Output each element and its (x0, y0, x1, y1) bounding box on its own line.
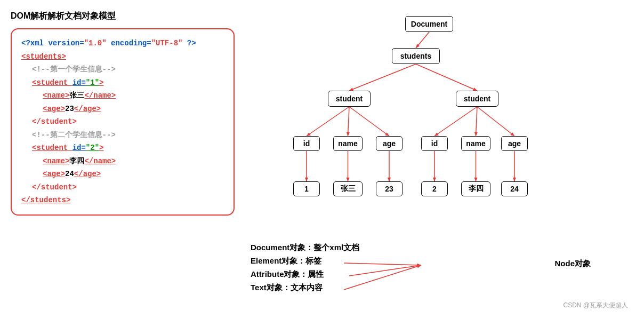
svg-marker-1 (416, 44, 420, 48)
legend-attribute: Attribute对象：属性 (251, 269, 633, 280)
xml-line: <age>24</age> (43, 168, 224, 181)
tree-node-student1: student (328, 91, 371, 107)
tree-node-age2: age (501, 136, 528, 151)
xml-line: </students> (21, 194, 224, 207)
tree-node-id2: id (421, 136, 448, 151)
xml-token: 23 (65, 105, 74, 113)
xml-token: </student> (32, 183, 77, 192)
svg-line-8 (348, 107, 350, 136)
watermark: CSDN @瓦系大便超人 (563, 301, 628, 310)
xml-token: <age> (43, 105, 65, 113)
tree-node-age1: age (376, 136, 402, 151)
svg-line-6 (307, 107, 349, 136)
svg-line-4 (416, 64, 477, 91)
svg-line-14 (476, 107, 478, 136)
xml-token: > (99, 78, 103, 87)
legend-area: Document对象：整个xml文档 Element对象：标签 Attribut… (251, 243, 633, 293)
left-panel: DOM解析解析文档对象模型 <?xml version="1.0" encodi… (11, 11, 235, 315)
svg-marker-21 (346, 178, 349, 181)
xml-line: <students> (21, 50, 224, 63)
tree-node-document: Document (405, 16, 453, 32)
legend-document: Document对象：整个xml文档 (251, 243, 633, 253)
xml-token: <name> (43, 157, 69, 165)
tree-node-id1: id (293, 136, 320, 151)
svg-marker-13 (434, 132, 439, 136)
svg-marker-23 (388, 178, 391, 181)
svg-marker-19 (305, 178, 308, 181)
svg-marker-7 (307, 132, 311, 136)
xml-line: </student> (32, 181, 224, 194)
xml-line: <!--第二个学生信息--> (32, 129, 224, 142)
xml-token: </age> (74, 170, 101, 178)
xml-token: </name> (84, 157, 116, 165)
tree-node-val1: 1 (293, 181, 320, 196)
svg-marker-11 (385, 132, 389, 136)
svg-line-12 (434, 107, 477, 136)
xml-token: id= (73, 78, 86, 87)
page-title: DOM解析解析文档对象模型 (11, 11, 235, 22)
node-object-label: Node对象 (555, 259, 591, 269)
xml-token: id= (73, 144, 86, 152)
xml-line: <name>李四</name> (43, 155, 224, 168)
xml-token: 张三 (69, 91, 84, 100)
svg-marker-15 (474, 132, 478, 136)
xml-token: 24 (65, 170, 74, 178)
xml-token: 李四 (69, 157, 84, 165)
xml-token: <name> (43, 91, 69, 100)
tree-node-name1: name (333, 136, 363, 151)
xml-token: </student> (32, 117, 77, 126)
tree-node-val_zhangsan: 张三 (333, 181, 363, 196)
xml-code-box: <?xml version="1.0" encoding="UTF-8" ?><… (11, 28, 235, 216)
xml-line: <age>23</age> (43, 102, 224, 116)
xml-token: <student (32, 78, 73, 87)
xml-token: <!--第二个学生信息--> (32, 131, 116, 139)
xml-token: <student (32, 144, 73, 152)
xml-line: <?xml version="1.0" encoding="UTF-8" ?> (21, 37, 224, 50)
xml-token: "1.0" (84, 39, 107, 47)
tree-diagram: Documentstudentsstudentstudentidnameagei… (251, 11, 633, 240)
xml-token: > (99, 144, 103, 152)
xml-token: encoding= (107, 39, 151, 47)
xml-token: </name> (84, 91, 116, 100)
svg-marker-25 (433, 178, 436, 181)
svg-line-16 (477, 107, 514, 136)
xml-token: "1" (86, 78, 99, 87)
xml-token: "UTF-8" (151, 39, 183, 47)
xml-token: </students> (21, 196, 70, 204)
xml-token: <age> (43, 170, 65, 178)
xml-line: <!--第一个学生信息--> (32, 63, 224, 76)
xml-line: <student id="1"> (32, 76, 224, 90)
svg-marker-27 (474, 178, 477, 181)
tree-node-val24: 24 (501, 181, 528, 196)
legend-text: Text对象：文本内容 (251, 283, 633, 293)
svg-marker-9 (347, 132, 350, 136)
xml-line: <student id="2"> (32, 141, 224, 155)
xml-token: <?xml version= (21, 39, 84, 47)
tree-node-val2: 2 (421, 181, 448, 196)
xml-token: "2" (86, 144, 99, 152)
main-container: DOM解析解析文档对象模型 <?xml version="1.0" encodi… (0, 0, 644, 326)
svg-line-10 (349, 107, 389, 136)
right-panel: Documentstudentsstudentstudentidnameagei… (251, 11, 633, 315)
tree-node-student2: student (456, 91, 498, 107)
svg-line-0 (416, 32, 429, 48)
tree-node-students: students (392, 48, 440, 64)
tree-node-val_lisi: 李四 (461, 181, 490, 196)
xml-token: <!--第一个学生信息--> (32, 65, 116, 74)
tree-node-name2: name (461, 136, 490, 151)
svg-line-2 (349, 64, 416, 91)
svg-marker-17 (510, 132, 514, 136)
tree-node-val23: 23 (376, 181, 402, 196)
xml-token: <students> (21, 52, 66, 61)
xml-line: </student> (32, 115, 224, 129)
svg-marker-29 (513, 178, 516, 181)
xml-token: ?> (182, 39, 196, 47)
xml-token: </age> (74, 105, 101, 113)
xml-line: <name>张三</name> (43, 89, 224, 102)
